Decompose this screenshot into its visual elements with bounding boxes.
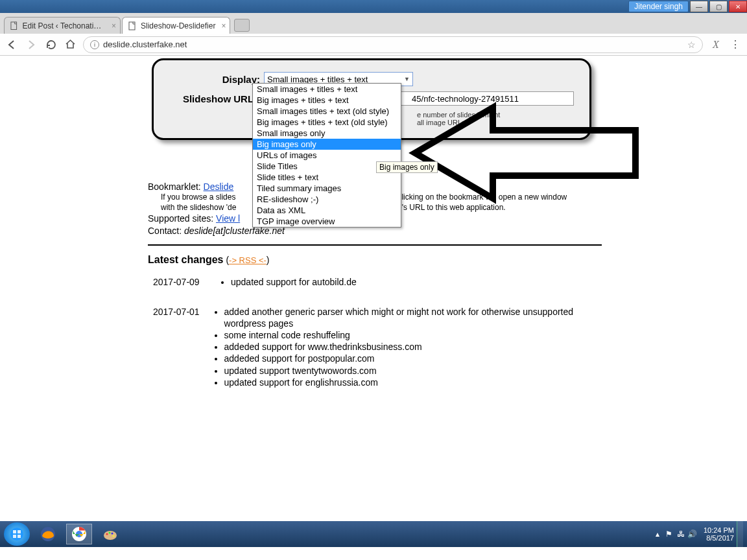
list-item: addeded support for www.thedrinksbusines… [224,341,602,353]
maximize-button[interactable]: ▢ [709,1,728,12]
new-tab-button[interactable] [234,19,250,32]
svg-point-8 [109,532,111,534]
tab-label: Edit Post ‹ Techonation – [23,21,106,30]
forward-button[interactable] [25,38,38,51]
list-item: updated support for englishrussia.com [224,377,602,388]
list-item: some internal code reshuffeling [224,329,602,341]
file-icon [128,21,137,30]
paint-taskbar-icon[interactable] [97,524,123,544]
rss-link[interactable]: -> RSS <- [229,255,267,265]
list-item: added another generic parser which might… [224,306,602,329]
show-desktop-button[interactable] [737,521,743,547]
clock-date: 8/5/2017 [704,534,734,542]
extension-icon[interactable]: X [709,38,722,51]
dropdown-option-highlighted[interactable]: Big images only [253,139,401,150]
supported-sites-label: Supported sites: [148,213,216,224]
tray-chevron-up-icon[interactable]: ▴ [652,530,663,539]
file-icon [10,21,19,30]
bookmark-star-icon[interactable]: ☆ [687,40,696,50]
svg-rect-1 [129,22,135,30]
back-button[interactable] [5,38,18,51]
list-item: addeded support for postpopular.com [224,353,602,364]
dropdown-option[interactable]: Tiled summary images [253,183,401,194]
home-button[interactable] [64,38,77,51]
list-item: updated support twentytwowords.com [224,365,602,377]
clock-time: 10:24 PM [704,526,734,534]
chevron-down-icon: ▼ [404,76,410,82]
chrome-taskbar-icon[interactable] [66,524,92,544]
svg-point-2 [10,528,23,541]
changelog-entry: 2017-07-09 updated support for autobild.… [148,276,602,288]
url-text: deslide.clusterfake.net [103,40,187,49]
chrome-menu-button[interactable]: ⋮ [729,38,742,51]
dropdown-tooltip: Big images only [376,161,438,173]
dropdown-option[interactable]: Slide titles + text [253,172,401,183]
tray-volume-icon[interactable]: 🔊 [687,530,698,539]
firefox-taskbar-icon[interactable] [35,524,61,544]
annotation-arrow-icon [402,95,648,213]
tab-close-icon[interactable]: × [112,21,116,30]
svg-point-9 [112,533,113,535]
svg-rect-0 [11,21,17,29]
close-button[interactable]: ✕ [729,1,747,12]
dropdown-option[interactable]: Small images only [253,128,401,139]
svg-point-7 [106,533,108,535]
contact-label: Contact: [148,226,184,236]
dropdown-option[interactable]: Data as XML [253,205,401,216]
browser-tab-strip: Edit Post ‹ Techonation – × Slideshow-De… [0,13,747,34]
supported-sites-link[interactable]: View l [216,213,240,224]
tab-active[interactable]: Slideshow-Deslidefier × [122,17,230,34]
tab-close-icon[interactable]: × [221,21,226,30]
dropdown-option[interactable]: Big images + titles + text (old style) [253,117,401,128]
dropdown-option[interactable]: Small images + titles + text [253,84,401,95]
url-label: Slideshow URL: [169,93,261,104]
dropdown-option[interactable]: Small images titles + text (old style) [253,106,401,117]
text: If you browse a slides [161,192,235,202]
info-icon[interactable]: i [90,40,99,49]
svg-point-10 [113,535,115,537]
bookmarklet-label: Bookmarklet: [148,181,204,192]
tab-inactive[interactable]: Edit Post ‹ Techonation – × [4,17,121,34]
display-label: Display: [169,74,264,85]
latest-changes-heading: Latest changes [148,254,223,265]
dropdown-option[interactable]: TGP image overview [253,216,401,227]
changelog-date: 2017-07-09 [148,276,219,288]
address-bar[interactable]: i deslide.clusterfake.net ☆ [83,36,703,53]
list-item: updated support for autobild.de [231,276,357,288]
tray-network-icon[interactable]: 🖧 [675,530,687,539]
window-titlebar: Jitender singh — ▢ ✕ [0,0,747,13]
bookmarklet-link[interactable]: Deslide [204,181,234,192]
dropdown-option[interactable]: Big images + titles + text [253,95,401,106]
changelog-entry: 2017-07-01 added another generic parser … [148,306,602,388]
reload-button[interactable] [44,38,57,51]
text: ) [267,255,270,265]
browser-toolbar: i deslide.clusterfake.net ☆ X ⋮ [0,34,747,56]
windows-taskbar: ▴ ⚑ 🖧 🔊 10:24 PM 8/5/2017 [0,521,747,547]
minimize-button[interactable]: — [690,1,708,12]
text: with the slideshow 'de [161,203,236,212]
user-badge: Jitender singh [628,1,689,12]
tray-flag-icon[interactable]: ⚑ [663,530,675,539]
tab-label: Slideshow-Deslidefier [141,21,215,30]
system-tray: ▴ ⚑ 🖧 🔊 10:24 PM 8/5/2017 [652,521,743,547]
display-dropdown-list: Small images + titles + text Big images … [252,83,401,228]
start-button[interactable] [4,522,30,546]
separator [148,244,602,246]
dropdown-option[interactable]: URLs of images [253,150,401,161]
dropdown-option[interactable]: RE-slideshow ;-) [253,194,401,205]
changelog-date: 2017-07-01 [148,306,213,388]
page-content: Display: Small images + titles + text ▼ … [0,56,747,547]
taskbar-clock[interactable]: 10:24 PM 8/5/2017 [704,526,734,542]
